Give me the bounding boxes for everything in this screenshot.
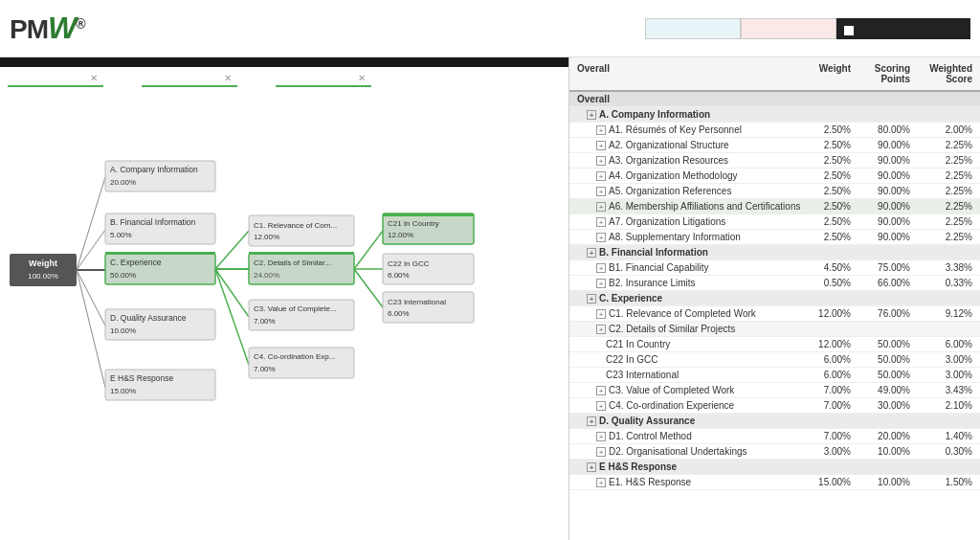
row-label: +A2. Organizational Structure (573, 139, 805, 151)
row-label: +A. Company Information (573, 108, 805, 121)
row-weighted: 9.12% (914, 307, 976, 320)
row-weight: 2.50% (805, 169, 855, 182)
expand-icon[interactable]: + (596, 125, 606, 135)
table-row[interactable]: C21 In Country12.00%50.00%6.00% (569, 337, 980, 352)
expand-icon[interactable]: + (587, 462, 596, 472)
row-scoring: 80.00% (855, 124, 914, 136)
row-weight: 2.50% (805, 215, 855, 228)
row-label: +E1. H&S Response (573, 476, 805, 488)
expand-icon[interactable]: + (596, 233, 606, 242)
row-scoring: 90.00% (855, 231, 914, 243)
expand-icon[interactable]: + (587, 294, 596, 304)
filter-category-clear[interactable]: ✕ (224, 73, 232, 83)
contractor-icon (844, 26, 854, 35)
table-row[interactable]: +A4. Organization Methodology2.50%90.00%… (569, 169, 980, 184)
expand-icon[interactable]: + (596, 217, 606, 227)
row-weighted (914, 93, 976, 105)
row-weight: 12.00% (805, 338, 855, 350)
expand-icon[interactable]: + (587, 416, 596, 426)
svg-text:E H&S Response: E H&S Response (110, 373, 173, 383)
svg-line-39 (354, 231, 383, 269)
table-row[interactable]: +C. Experience (569, 291, 980, 306)
row-weighted: 2.25% (914, 169, 976, 182)
table-row[interactable]: +C2. Details of Similar Projects (569, 322, 980, 337)
expand-icon[interactable]: + (596, 447, 606, 457)
filter-section-clear[interactable]: ✕ (90, 73, 98, 83)
row-label: +B1. Financial Capability (573, 261, 805, 274)
contractor-name-row (844, 26, 963, 35)
expand-icon[interactable]: + (596, 187, 606, 196)
table-row[interactable]: C22 In GCC6.00%50.00%3.00% (569, 352, 980, 368)
table-row[interactable]: +A. Company Information (569, 107, 980, 123)
table-row[interactable]: +B1. Financial Capability4.50%75.00%3.38… (569, 260, 980, 276)
expand-icon[interactable]: + (587, 248, 596, 258)
expand-icon[interactable]: + (596, 156, 606, 166)
table-row[interactable]: +B. Financial Information (569, 245, 980, 260)
expand-icon[interactable]: + (596, 432, 606, 441)
table-row[interactable]: +D1. Control Method7.00%20.00%1.40% (569, 429, 980, 444)
table-row[interactable]: +A7. Organization Litigations2.50%90.00%… (569, 214, 980, 230)
table-row[interactable]: Overall (569, 92, 980, 107)
row-scoring (855, 246, 914, 259)
table-row[interactable]: +B2. Insurance Limits0.50%66.00%0.33% (569, 276, 980, 291)
row-weighted: 1.40% (914, 430, 976, 442)
table-row[interactable]: +D. Quality Assurance (569, 414, 980, 429)
row-label: +C3. Value of Completed Work (573, 384, 805, 396)
table-row[interactable]: +E1. H&S Response15.00%10.00%1.50% (569, 475, 980, 490)
row-weight: 0.50% (805, 277, 855, 289)
total-weight-box (741, 18, 836, 39)
table-row[interactable]: +E H&S Response (569, 460, 980, 475)
table-row[interactable]: +D2. Organisational Undertakings3.00%10.… (569, 444, 980, 460)
expand-icon[interactable]: + (596, 202, 606, 212)
svg-text:Weight: Weight (29, 259, 57, 268)
svg-rect-27 (249, 215, 354, 246)
table-row[interactable]: +A1. Résumés of Key Personnel2.50%80.00%… (569, 123, 980, 138)
svg-text:6.00%: 6.00% (388, 309, 410, 318)
table-row[interactable]: C23 International6.00%50.00%3.00% (569, 368, 980, 383)
row-scoring: 30.00% (855, 399, 914, 412)
row-weighted: 2.25% (914, 200, 976, 213)
row-weighted: 0.33% (914, 277, 976, 289)
svg-text:15.00%: 15.00% (110, 387, 136, 395)
row-scoring: 10.00% (855, 445, 914, 458)
row-weighted: 2.00% (914, 124, 976, 136)
row-weight: 2.50% (805, 154, 855, 167)
expand-icon[interactable]: + (596, 325, 606, 334)
expand-icon[interactable]: + (587, 110, 596, 120)
table-row[interactable]: +A2. Organizational Structure2.50%90.00%… (569, 138, 980, 153)
expand-icon[interactable]: + (596, 141, 606, 150)
row-label: C23 International (573, 369, 805, 381)
row-weighted: 3.43% (914, 384, 976, 396)
svg-text:10.00%: 10.00% (110, 326, 136, 335)
svg-text:B. Financial Information: B. Financial Information (110, 217, 196, 227)
expand-icon[interactable]: + (596, 401, 606, 411)
row-weight: 12.00% (805, 307, 855, 320)
table-row[interactable]: +A6. Membership Affiliations and Certifi… (569, 199, 980, 214)
expand-icon[interactable]: + (596, 263, 606, 273)
expand-icon[interactable]: + (596, 478, 606, 487)
row-scoring: 90.00% (855, 154, 914, 167)
row-scoring: 50.00% (855, 338, 914, 350)
table-row[interactable]: +A5. Organization References2.50%90.00%2… (569, 184, 980, 199)
expand-icon[interactable]: + (596, 386, 606, 395)
svg-text:C3. Value of Complete...: C3. Value of Complete... (254, 304, 337, 313)
table-row[interactable]: +C3. Value of Completed Work7.00%49.00%3… (569, 383, 980, 398)
table-row[interactable]: +A8. Supplementary Information2.50%90.00… (569, 230, 980, 245)
expand-icon[interactable]: + (596, 309, 606, 319)
row-scoring: 90.00% (855, 200, 914, 213)
table-row[interactable]: +C4. Co-ordination Experience7.00%30.00%… (569, 398, 980, 414)
row-weighted: 3.00% (914, 353, 976, 366)
score-area (645, 18, 970, 39)
table-row[interactable]: +A3. Organization Resources2.50%90.00%2.… (569, 153, 980, 169)
filter-item-clear[interactable]: ✕ (358, 73, 366, 83)
expand-icon[interactable]: + (596, 171, 606, 181)
svg-text:C4. Co-ordination Exp...: C4. Co-ordination Exp... (254, 352, 335, 361)
row-label: +C. Experience (573, 292, 805, 304)
row-weight (805, 461, 855, 473)
table-row[interactable]: +C1. Relevance of Completed Work12.00%76… (569, 306, 980, 322)
row-weighted (914, 461, 976, 473)
expand-icon[interactable]: + (596, 279, 606, 288)
logo-pm: PM (10, 14, 48, 44)
row-weighted (914, 246, 976, 259)
svg-text:C1. Relevance of Com...: C1. Relevance of Com... (254, 221, 337, 230)
